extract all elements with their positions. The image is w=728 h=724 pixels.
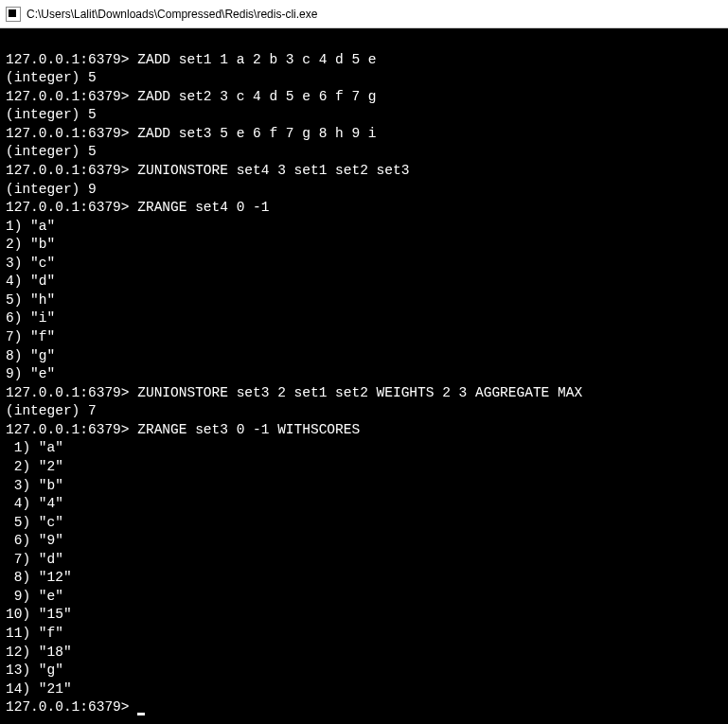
terminal-line: 3) "b" (6, 477, 722, 496)
terminal-line: 9) "e" (6, 365, 722, 384)
terminal-line: 11) "f" (6, 625, 722, 644)
terminal-line: (integer) 5 (6, 106, 722, 125)
terminal-line: 14) "21" (6, 680, 722, 699)
terminal-line: 5) "h" (6, 291, 722, 310)
terminal-line: 8) "12" (6, 569, 722, 588)
terminal-line: 8) "g" (6, 347, 722, 366)
terminal-line: 4) "d" (6, 273, 722, 291)
cursor-icon (137, 713, 145, 715)
window-title: C:\Users\Lalit\Downloads\Compressed\Redi… (27, 8, 317, 21)
terminal-line: 127.0.0.1:6379> ZADD set1 1 a 2 b 3 c 4 … (6, 51, 722, 70)
terminal-line: 127.0.0.1:6379> ZADD set3 5 e 6 f 7 g 8 … (6, 125, 722, 144)
terminal-line: 3) "c" (6, 255, 722, 274)
terminal-line: (integer) 5 (6, 143, 722, 162)
terminal-line: 6) "9" (6, 532, 722, 551)
terminal-line: (integer) 5 (6, 69, 722, 88)
terminal-line: (integer) 9 (6, 181, 722, 200)
current-prompt: 127.0.0.1:6379> (6, 699, 137, 715)
terminal-line: 127.0.0.1:6379> ZUNIONSTORE set3 2 set1 … (6, 384, 722, 403)
terminal-line: 2) "b" (6, 236, 722, 255)
terminal-line: 1) "a" (6, 218, 722, 237)
terminal-line: 13) "g" (6, 662, 722, 680)
terminal-line: 5) "c" (6, 514, 722, 533)
terminal-line: 127.0.0.1:6379> ZADD set2 3 c 4 d 5 e 6 … (6, 88, 722, 107)
app-icon (6, 7, 21, 22)
terminal-line: 127.0.0.1:6379> ZRANGE set3 0 -1 WITHSCO… (6, 421, 722, 440)
title-bar[interactable]: C:\Users\Lalit\Downloads\Compressed\Redi… (0, 0, 728, 28)
terminal-line: 4) "4" (6, 495, 722, 514)
terminal-line: 127.0.0.1:6379> ZRANGE set4 0 -1 (6, 199, 722, 218)
terminal-line: 9) "e" (6, 588, 722, 607)
terminal-line: 10) "15" (6, 606, 722, 625)
terminal-output[interactable]: 127.0.0.1:6379> ZADD set1 1 a 2 b 3 c 4 … (0, 28, 728, 724)
terminal-line: 127.0.0.1:6379> ZUNIONSTORE set4 3 set1 … (6, 162, 722, 181)
terminal-line: 2) "2" (6, 458, 722, 477)
terminal-line: 7) "f" (6, 328, 722, 347)
terminal-line: 1) "a" (6, 439, 722, 458)
terminal-line: 7) "d" (6, 551, 722, 570)
terminal-line: 12) "18" (6, 644, 722, 662)
terminal-line: (integer) 7 (6, 402, 722, 421)
terminal-line: 6) "i" (6, 309, 722, 328)
